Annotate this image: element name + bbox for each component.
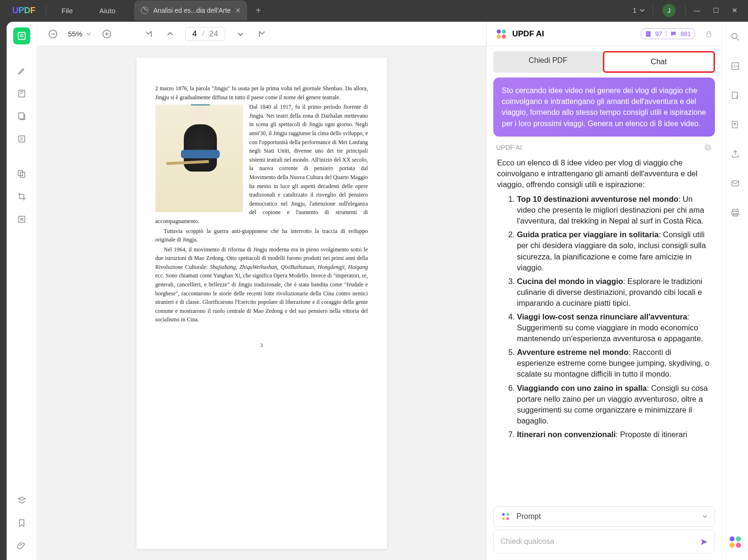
user-avatar[interactable]: J [662, 4, 676, 17]
tab-doc-icon [141, 7, 148, 14]
document-tab[interactable]: Analisi ed es...dia dell'Arte × [134, 0, 247, 20]
chevron-down-icon [639, 8, 645, 13]
titlebar: UPDF File Aiuto Analisi ed es...dia dell… [0, 0, 748, 21]
window-count[interactable]: 1 [627, 7, 651, 14]
close-button[interactable]: ✕ [725, 7, 744, 14]
tab-title: Analisi ed es...dia dell'Arte [153, 7, 231, 14]
tab-add-button[interactable]: + [256, 5, 261, 16]
menu-help[interactable]: Aiuto [86, 7, 129, 15]
maximize-button[interactable]: ☐ [706, 7, 725, 14]
menu-file[interactable]: File [48, 7, 86, 15]
minimize-button[interactable]: — [688, 7, 706, 14]
app-logo: UPDF [4, 6, 44, 16]
tab-close-icon[interactable]: × [235, 6, 241, 16]
